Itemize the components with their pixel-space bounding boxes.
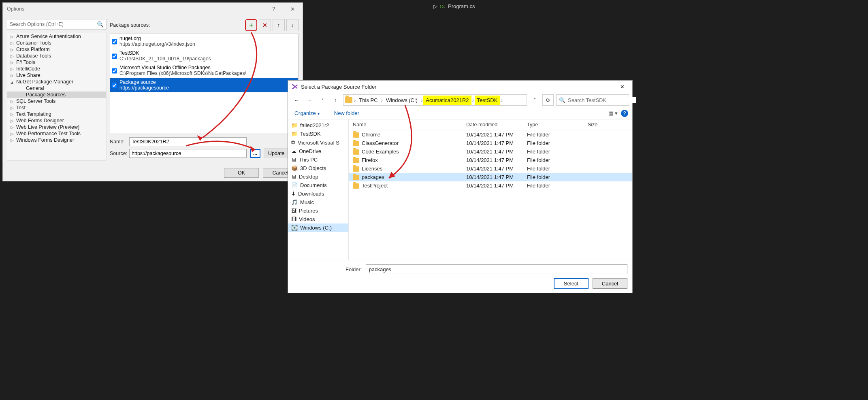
package-sources-list[interactable]: nuget.orghttps://api.nuget.org/v3/index.…	[110, 34, 299, 133]
picker-search[interactable]: 🔍	[556, 94, 629, 106]
ok-button[interactable]: OK	[224, 168, 259, 178]
view-mode-button[interactable]: ▦ ▾	[608, 110, 618, 116]
chevron-right-icon: ›	[421, 97, 422, 103]
picker-tree-item[interactable]: 📁TestSDK	[288, 130, 348, 138]
music-icon: 🎵	[291, 199, 298, 205]
new-folder-button[interactable]: New folder	[332, 109, 362, 118]
tree-item[interactable]: F# Tools	[7, 59, 106, 66]
picker-cancel-button[interactable]: Cancel	[593, 278, 627, 289]
options-dialog: Options ? ✕ 🔍 Azure Service Authenticati…	[2, 2, 303, 181]
move-up-button[interactable]: ↑	[273, 19, 285, 31]
breadcrumb-segment[interactable]: TestSDK	[475, 96, 500, 105]
source-checkbox[interactable]	[112, 80, 117, 91]
source-name-input[interactable]	[129, 137, 247, 146]
source-checkbox[interactable]	[112, 36, 117, 47]
search-icon: 🔍	[97, 21, 104, 28]
nav-up-button[interactable]: ↑	[330, 95, 341, 105]
picker-tree-item[interactable]: 🖼Pictures	[288, 206, 348, 215]
tree-item[interactable]: Database Tools	[7, 53, 106, 59]
breadcrumb-segment[interactable]: This PC	[356, 96, 380, 105]
folder-icon	[353, 183, 359, 189]
picker-tree-item[interactable]: 📄Documents	[288, 181, 348, 189]
select-folder-button[interactable]: Select	[554, 278, 589, 289]
chevron-right-icon: ›	[472, 97, 474, 103]
browse-button[interactable]: ...	[250, 149, 260, 158]
picker-tree-item[interactable]: 🎞Videos	[288, 215, 348, 223]
picker-tree[interactable]: 📁failed2021r2📁TestSDK⧉Microsoft Visual S…	[288, 119, 349, 260]
list-item[interactable]: Licenses 10/14/2021 1:47 PMFile folder	[349, 164, 632, 173]
tree-item[interactable]: General	[7, 85, 106, 91]
source-row[interactable]: nuget.orghttps://api.nuget.org/v3/index.…	[110, 34, 298, 49]
tree-item[interactable]: NuGet Package Manager	[7, 79, 106, 85]
tree-item[interactable]: Container Tools	[7, 40, 106, 46]
breadcrumb-segment[interactable]: Acumatica2021R2	[423, 96, 471, 105]
folder-name-input[interactable]	[366, 264, 627, 274]
col-type[interactable]: Type	[527, 122, 588, 128]
list-item[interactable]: Code Examples 10/14/2021 1:47 PMFile fol…	[349, 147, 632, 156]
source-row[interactable]: Package sourcehttps://packagesource	[110, 78, 298, 92]
picker-tree-item[interactable]: 📁failed2021r2	[288, 121, 348, 130]
drive-icon: 💽	[291, 225, 298, 231]
tree-item[interactable]: Text Templating	[7, 111, 106, 117]
picker-help-button[interactable]: ?	[621, 110, 628, 117]
tree-item[interactable]: Test	[7, 104, 106, 111]
picker-tree-item[interactable]: 📦3D Objects	[288, 164, 348, 172]
list-item[interactable]: Firefox 10/14/2021 1:47 PMFile folder	[349, 156, 632, 164]
list-item[interactable]: ClassGenerator 10/14/2021 1:47 PMFile fo…	[349, 139, 632, 147]
nav-recent-button[interactable]: ˅	[317, 95, 328, 105]
move-down-button[interactable]: ↓	[286, 19, 299, 31]
close-button[interactable]: ✕	[283, 3, 302, 15]
source-path-input[interactable]	[129, 149, 247, 158]
picker-search-input[interactable]	[568, 97, 636, 103]
picker-file-list[interactable]: Name Date modified Type Size Chrome 10/1…	[349, 119, 632, 260]
help-button[interactable]: ?	[264, 3, 283, 15]
picker-tree-item[interactable]: ⬇Downloads	[288, 189, 348, 198]
list-item[interactable]: TestProject 10/14/2021 1:47 PMFile folde…	[349, 181, 632, 190]
breadcrumb-segment[interactable]: Windows (C:)	[384, 96, 420, 105]
picker-tree-item[interactable]: 🖥This PC	[288, 155, 348, 164]
options-tree[interactable]: Azure Service AuthenticationContainer To…	[7, 32, 107, 161]
col-date[interactable]: Date modified	[466, 122, 527, 128]
tree-item[interactable]: Web Forms Designer	[7, 117, 106, 124]
tree-item[interactable]: Cross Platform	[7, 46, 106, 53]
col-size[interactable]: Size	[588, 122, 628, 128]
search-icon: 🔍	[559, 97, 565, 103]
nav-back-button[interactable]: ←	[291, 95, 302, 105]
tree-item[interactable]: Windows Forms Designer	[7, 137, 106, 143]
source-checkbox[interactable]	[112, 51, 117, 62]
tree-item[interactable]: SQL Server Tools	[7, 98, 106, 104]
picker-tree-item[interactable]: 🎵Music	[288, 198, 348, 206]
folder-label: Folder:	[345, 266, 362, 272]
list-item[interactable]: Chrome 10/14/2021 1:47 PMFile folder	[349, 130, 632, 139]
breadcrumb-dropdown-button[interactable]: ˅	[529, 97, 540, 103]
tree-item[interactable]: Live Share	[7, 72, 106, 79]
picker-tree-item[interactable]: 🖥Desktop	[288, 172, 348, 181]
tree-item[interactable]: Package Sources	[7, 91, 106, 98]
picker-tree-item[interactable]: 💽Windows (C:)	[288, 223, 348, 232]
nav-forward-button[interactable]: →	[304, 95, 315, 105]
picker-tree-item[interactable]: ☁OneDrive	[288, 147, 348, 155]
tree-item[interactable]: Azure Service Authentication	[7, 33, 106, 40]
folder-icon	[353, 175, 359, 180]
tree-item[interactable]: IntelliCode	[7, 66, 106, 72]
source-row[interactable]: TestSDKC:\TestSDK_21_109_0018_19\package…	[110, 49, 298, 63]
picker-tree-item[interactable]: ⧉Microsoft Visual S	[288, 138, 348, 147]
picker-close-button[interactable]: ✕	[613, 81, 631, 93]
source-row[interactable]: Microsoft Visual Studio Offline Packages…	[110, 63, 298, 78]
options-search[interactable]: 🔍	[7, 19, 107, 30]
tree-item[interactable]: Web Live Preview (Preview)	[7, 124, 106, 130]
tree-item[interactable]: Web Performance Test Tools	[7, 130, 106, 137]
update-button[interactable]: Update	[264, 149, 289, 158]
source-checkbox[interactable]	[112, 66, 117, 76]
breadcrumb[interactable]: › This PC›Windows (C:)›Acumatica2021R2›T…	[343, 94, 527, 106]
remove-source-button[interactable]: ✕	[259, 19, 271, 31]
organize-menu[interactable]: Organize▾	[292, 109, 322, 118]
col-name[interactable]: Name	[353, 122, 466, 128]
options-search-input[interactable]	[10, 21, 97, 27]
folder-icon	[353, 149, 359, 155]
editor-tab[interactable]: ▷ C# Program.cs	[433, 3, 475, 9]
refresh-button[interactable]: ⟳	[542, 94, 554, 106]
vs-icon	[291, 83, 298, 90]
list-item[interactable]: packages 10/14/2021 1:47 PMFile folder	[349, 173, 632, 181]
add-source-button[interactable]: ＋	[245, 19, 257, 31]
